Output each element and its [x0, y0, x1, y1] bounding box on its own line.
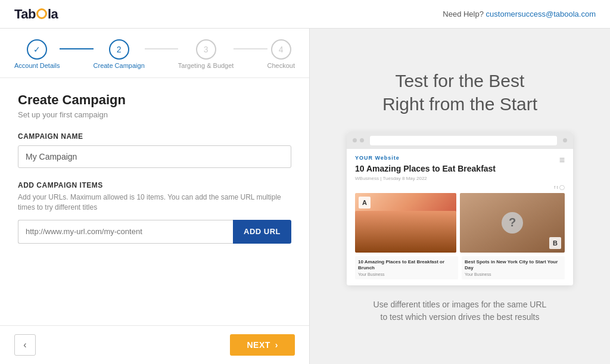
- article-image-row: A ? B: [355, 193, 565, 253]
- logo-text: Tabla: [14, 7, 58, 22]
- badge-b: B: [549, 237, 561, 249]
- connector-3-4: [234, 48, 267, 49]
- step-4: 4 Checkout: [267, 39, 295, 69]
- browser-dot-3: [563, 138, 567, 142]
- next-label: NEXT: [247, 340, 270, 350]
- step-1: ✓ Account Details: [14, 39, 60, 69]
- add-items-hint: Add your URLs. Maximum allowed is 10 ite…: [18, 192, 291, 213]
- article-area: YOUR Website 10 Amazing Places to Eat Br…: [347, 149, 573, 286]
- left-panel: ✓ Account Details 2 Create Campaign 3 Ta…: [0, 29, 310, 364]
- logo: Tabla: [14, 7, 58, 22]
- step-4-label: Checkout: [267, 62, 295, 69]
- steps-wizard: ✓ Account Details 2 Create Campaign 3 Ta…: [0, 29, 309, 78]
- card-row: 10 Amazing Places to Eat Breakfast or Br…: [355, 256, 565, 280]
- main-layout: ✓ Account Details 2 Create Campaign 3 Ta…: [0, 29, 610, 364]
- side-image: ? B: [460, 193, 565, 253]
- step-2-label: Create Campaign: [94, 62, 145, 69]
- food-image: [355, 211, 456, 253]
- main-image: A: [355, 193, 456, 253]
- campaign-name-label: CAMPAIGN NAME: [18, 132, 291, 141]
- add-items-label: ADD CAMPAIGN ITEMS: [18, 181, 291, 189]
- campaign-name-input[interactable]: [18, 145, 291, 168]
- header: Tabla Need Help? customersuccess@taboola…: [0, 0, 610, 29]
- step-3-circle: 3: [196, 39, 216, 60]
- help-text: Need Help? customersuccess@taboola.com: [443, 10, 596, 18]
- add-url-button[interactable]: ADD URL: [233, 220, 291, 244]
- url-input[interactable]: [18, 220, 233, 244]
- preview-container: YOUR Website 10 Amazing Places to Eat Br…: [347, 132, 573, 286]
- step-4-circle: 4: [271, 39, 291, 60]
- card-1-title: 10 Amazing Places to Eat Breakfast or Br…: [358, 259, 455, 272]
- article-menu-icon: ≡: [559, 155, 565, 166]
- url-row: ADD URL: [18, 220, 291, 244]
- back-button[interactable]: ‹: [14, 334, 36, 356]
- card-2-title: Best Spots in New York City to Start You…: [465, 259, 562, 272]
- article-header-row: YOUR Website 10 Amazing Places to Eat Br…: [355, 155, 565, 185]
- connector-2-3: [145, 48, 178, 49]
- question-mark-icon: ?: [502, 212, 523, 234]
- back-icon: ‹: [23, 340, 26, 350]
- next-button[interactable]: NEXT ›: [230, 334, 295, 356]
- browser-dot-2: [360, 138, 364, 142]
- step-2-circle: 2: [109, 39, 129, 60]
- article-meta: WBusiness | Tuesday 8 May 2022: [355, 176, 496, 181]
- browser-url-bar: [370, 136, 557, 145]
- form-area: Create Campaign Set up your first campai…: [0, 78, 309, 325]
- help-email-link[interactable]: customersuccess@taboola.com: [486, 10, 596, 18]
- step-3-label: Targeting & Budget: [178, 62, 234, 69]
- right-panel: Test for the Best Right from the Start Y…: [310, 29, 610, 364]
- right-caption: Use different titles or images for the s…: [374, 298, 547, 323]
- badge-a: A: [359, 197, 371, 209]
- card-1: 10 Amazing Places to Eat Breakfast or Br…: [355, 256, 458, 280]
- browser-bar: [347, 132, 573, 149]
- step-1-circle: ✓: [27, 39, 47, 60]
- article-social: f t ◯: [355, 185, 565, 190]
- card-1-source: Your Business: [358, 272, 455, 276]
- article-title: 10 Amazing Places to Eat Breakfast: [355, 163, 496, 174]
- card-2-source: Your Business: [465, 272, 562, 276]
- page-subtitle: Set up your first campaign: [18, 110, 291, 119]
- logo-o-icon: [36, 8, 47, 19]
- connector-1-2: [60, 48, 93, 49]
- article-site-name: YOUR Website: [355, 155, 496, 161]
- step-3: 3 Targeting & Budget: [178, 39, 234, 69]
- step-1-label: Account Details: [14, 62, 60, 69]
- page-title: Create Campaign: [18, 92, 291, 108]
- step-2: 2 Create Campaign: [94, 39, 145, 69]
- browser-dot-1: [353, 138, 357, 142]
- right-heading: Test for the Best Right from the Start: [382, 69, 537, 116]
- next-icon: ›: [275, 340, 278, 350]
- bottom-nav: ‹ NEXT ›: [0, 325, 309, 364]
- card-2: Best Spots in New York City to Start You…: [462, 256, 565, 280]
